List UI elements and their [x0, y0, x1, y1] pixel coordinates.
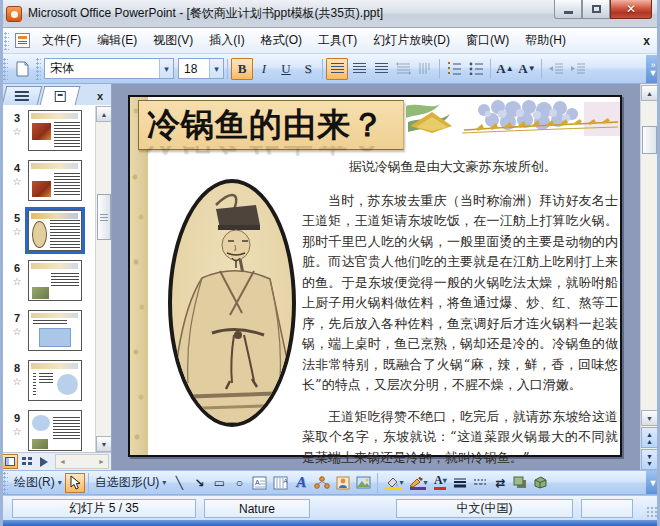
animation-star-icon[interactable]: ☆	[6, 326, 28, 337]
font-name-combo[interactable]: 宋体 ▾	[44, 58, 174, 79]
vertical-textbox-tool-button[interactable]: A	[270, 473, 291, 493]
font-size-combo[interactable]: 18 ▾	[178, 58, 224, 79]
italic-button[interactable]: I	[253, 58, 275, 80]
slide-canvas[interactable]: 冷锅鱼的由来？ 冷锅鱼的由来？	[128, 95, 622, 457]
menu-file[interactable]: 文件(F)	[34, 28, 89, 53]
slide-title-box[interactable]: 冷锅鱼的由来？	[138, 100, 404, 150]
scroll-right-icon[interactable]: ►	[98, 458, 105, 465]
slide-thumbnail-3[interactable]: 3☆	[6, 110, 95, 151]
document-icon[interactable]	[15, 33, 30, 48]
slide-thumbnail-6[interactable]: 6☆	[6, 260, 95, 301]
dash-style-button[interactable]	[470, 473, 490, 493]
scrollbar-thumb[interactable]	[97, 194, 111, 240]
scroll-left-icon[interactable]: ◄	[59, 458, 66, 465]
line-style-button[interactable]	[450, 473, 470, 493]
arrow-tool-button[interactable]: ↘	[189, 473, 209, 493]
slide-thumbnail-7[interactable]: 7☆	[6, 310, 95, 351]
slide-thumbnail-8[interactable]: 8☆	[6, 360, 95, 401]
line-color-button[interactable]: ▾	[406, 473, 430, 493]
resize-grip[interactable]	[646, 506, 658, 518]
animation-star-icon[interactable]: ☆	[6, 376, 28, 387]
wordart-button[interactable]: A	[291, 473, 311, 493]
menu-edit[interactable]: 编辑(E)	[89, 28, 145, 53]
language-indicator[interactable]: 中文(中国)	[396, 499, 573, 518]
scroll-down-button[interactable]: ▼	[96, 436, 111, 452]
decrease-font-button[interactable]: A▼	[516, 58, 538, 80]
scroll-up-button[interactable]: ▲	[641, 85, 658, 101]
slideshow-button[interactable]	[36, 454, 52, 469]
arrow-style-button[interactable]: ⇄	[490, 473, 510, 493]
align-right-button[interactable]	[370, 58, 392, 80]
slide-body-textbox[interactable]: 据说冷锅鱼是由大文豪苏东坡所创。 当时，苏东坡去重庆（当时称渝洲）拜访好友名士王…	[302, 157, 618, 479]
align-left-button[interactable]	[326, 58, 348, 80]
tab-outline[interactable]	[2, 86, 43, 105]
toolbar-grip2[interactable]	[36, 58, 41, 80]
toolbar-grip[interactable]	[3, 58, 8, 80]
menu-window[interactable]: 窗口(W)	[458, 28, 517, 53]
align-center-button[interactable]	[348, 58, 370, 80]
slide-thumbnail-4[interactable]: 4☆	[6, 160, 95, 201]
new-slide-button[interactable]	[11, 58, 33, 80]
underline-button[interactable]: U	[275, 58, 297, 80]
drawbar-grip[interactable]	[3, 472, 8, 494]
close-pane-icon[interactable]: x	[97, 90, 103, 105]
maximize-button[interactable]	[582, 0, 610, 19]
slide-thumbnail-9[interactable]: 9☆	[6, 410, 95, 451]
vertical-text-button[interactable]	[414, 58, 436, 80]
animation-star-icon[interactable]: ☆	[6, 126, 28, 137]
close-button[interactable]: ✕	[610, 0, 652, 19]
increase-font-button[interactable]: A▲	[494, 58, 516, 80]
drawbar-options-button[interactable]: ▼	[646, 471, 660, 494]
numbered-list-button[interactable]	[443, 58, 465, 80]
font-name-dropdown-icon[interactable]: ▾	[159, 59, 173, 78]
design-theme[interactable]: Nature	[204, 499, 310, 518]
decrease-indent-button[interactable]	[545, 58, 567, 80]
scroll-down-button[interactable]: ▼	[641, 410, 658, 426]
animation-star-icon[interactable]: ☆	[6, 426, 28, 437]
rectangle-tool-button[interactable]: ▭	[209, 473, 229, 493]
normal-view-button[interactable]	[2, 454, 18, 469]
previous-slide-button[interactable]: ▲▲	[641, 427, 658, 448]
insert-picture-button[interactable]	[353, 473, 374, 493]
oval-tool-button[interactable]: ○	[229, 473, 249, 493]
menu-grip[interactable]	[4, 32, 9, 50]
font-color-button[interactable]: A ▾	[430, 473, 450, 493]
font-size-dropdown-icon[interactable]: ▾	[209, 59, 223, 78]
animation-star-icon[interactable]: ☆	[6, 176, 28, 187]
menu-help[interactable]: 帮助(H)	[517, 28, 574, 53]
su-dongpo-portrait[interactable]	[168, 179, 296, 427]
fill-color-button[interactable]: ▾	[381, 473, 406, 493]
slide-scrollbar[interactable]: ▲ ▼ ▲▲ ▼▼	[640, 84, 657, 470]
distribute-button[interactable]	[392, 58, 414, 80]
animation-star-icon[interactable]: ☆	[6, 226, 28, 237]
shadow-style-button[interactable]	[510, 473, 530, 493]
scrollbar-thumb[interactable]	[642, 126, 657, 154]
increase-indent-button[interactable]	[567, 58, 589, 80]
select-objects-button[interactable]	[65, 473, 85, 493]
close-document-icon[interactable]: x	[643, 34, 650, 48]
menu-view[interactable]: 视图(V)	[145, 28, 201, 53]
autoshapes-menu-button[interactable]: 自选图形(U) ▾	[92, 473, 170, 493]
textbox-tool-button[interactable]: A	[249, 473, 270, 493]
bold-button[interactable]: B	[231, 58, 253, 80]
minimize-button[interactable]	[554, 0, 582, 19]
menu-insert[interactable]: 插入(I)	[201, 28, 252, 53]
draw-menu-button[interactable]: 绘图(R) ▾	[11, 473, 65, 493]
next-slide-button[interactable]: ▼▼	[641, 449, 658, 470]
scroll-up-button[interactable]: ▲	[96, 106, 111, 122]
slide-sorter-button[interactable]	[19, 454, 35, 469]
tab-slides[interactable]	[40, 86, 81, 105]
line-tool-button[interactable]: ╲	[169, 473, 189, 493]
animation-star-icon[interactable]: ☆	[6, 276, 28, 287]
clipart-button[interactable]	[333, 473, 353, 493]
diagram-button[interactable]	[311, 473, 333, 493]
text-shadow-button[interactable]: S	[297, 58, 319, 80]
menu-format[interactable]: 格式(O)	[253, 28, 310, 53]
bullet-list-button[interactable]	[465, 58, 487, 80]
panel-hscrollbar[interactable]: ◄ ►	[55, 454, 109, 469]
menu-slideshow[interactable]: 幻灯片放映(D)	[365, 28, 458, 53]
menu-tools[interactable]: 工具(T)	[310, 28, 365, 53]
slide-thumbnail-5-selected[interactable]: 5☆	[6, 210, 95, 251]
toolbar-options-button[interactable]: » ▼	[646, 55, 660, 83]
3d-style-button[interactable]	[530, 473, 551, 493]
